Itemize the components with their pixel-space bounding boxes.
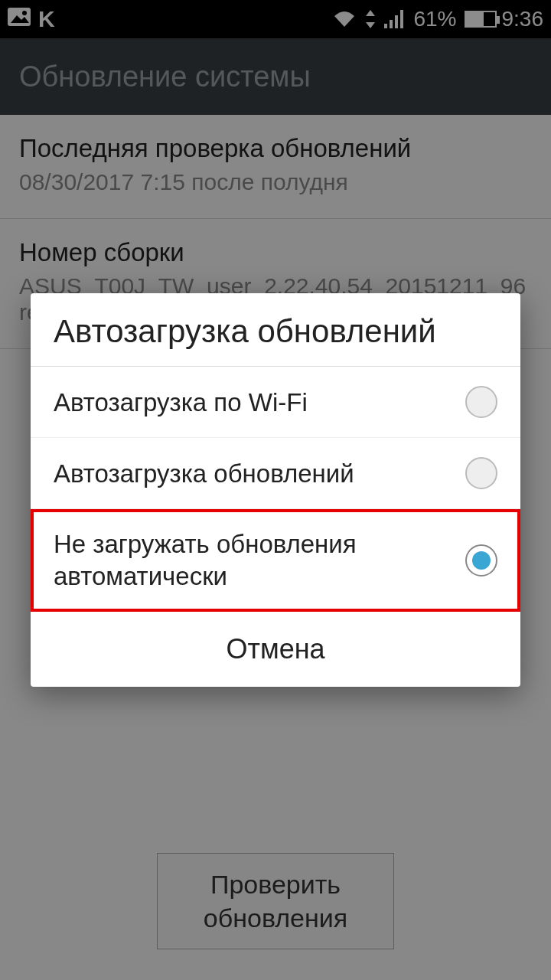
radio-dot-icon <box>472 551 491 570</box>
dialog-title: Автозагрузка обновлений <box>31 293 520 367</box>
radio-label: Автозагрузка по Wi-Fi <box>54 387 465 418</box>
radio-button-icon <box>465 544 497 577</box>
dialog-overlay[interactable]: Автозагрузка обновлений Автозагрузка по … <box>0 0 551 980</box>
dialog-autodownload: Автозагрузка обновлений Автозагрузка по … <box>31 293 520 687</box>
radio-button-icon <box>465 457 497 489</box>
radio-option-auto[interactable]: Автозагрузка обновлений <box>31 438 520 509</box>
cancel-button[interactable]: Отмена <box>31 612 520 687</box>
radio-option-noauto[interactable]: Не загружать обновления автоматически <box>31 509 520 612</box>
radio-button-icon <box>465 386 497 418</box>
radio-option-wifi[interactable]: Автозагрузка по Wi-Fi <box>31 367 520 438</box>
radio-label: Не загружать обновления автоматически <box>54 528 465 592</box>
radio-label: Автозагрузка обновлений <box>54 458 465 489</box>
